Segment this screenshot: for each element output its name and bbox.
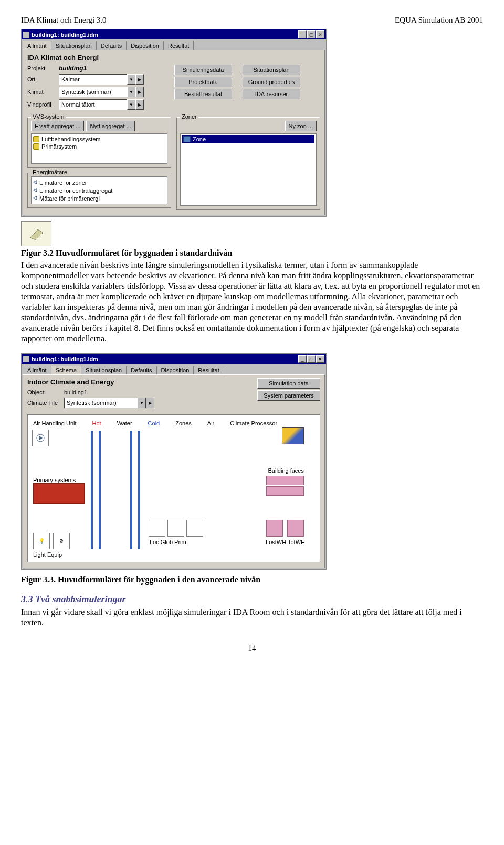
label-light-equip: Light Equip <box>33 551 62 558</box>
primary-systems-block-icon[interactable] <box>33 483 85 504</box>
klimat-field[interactable]: Syntetisk (sommar) <box>59 87 127 97</box>
zone-icon <box>183 136 191 142</box>
label-building-faces: Building faces <box>268 467 304 474</box>
zone-item[interactable]: Zone <box>182 135 314 143</box>
page-header: IDA Klimat och Energi 3.0 EQUA Simulatio… <box>21 16 483 25</box>
link-hot[interactable]: Hot <box>92 420 101 426</box>
svg-marker-2 <box>39 436 43 440</box>
ort-field[interactable]: Kalmar <box>59 74 127 85</box>
app-icon <box>23 356 29 362</box>
list-item[interactable]: Primärsystem <box>33 143 165 150</box>
window-standard: building1: building1.idm _ ▢ ✕ Allmänt S… <box>21 29 327 217</box>
link-air[interactable]: Air <box>207 420 214 426</box>
klimat-more-icon[interactable]: ▶ <box>135 87 144 97</box>
list-item[interactable]: Luftbehandlingssystem <box>33 135 165 143</box>
list-item[interactable]: ᐊMätare för primärenergi <box>33 194 165 202</box>
groupbox-energi-title: Energimätare <box>31 169 69 175</box>
tab-defaults[interactable]: Defaults <box>96 41 127 50</box>
label-object: Object: <box>27 389 64 395</box>
climfile-dropdown-icon[interactable]: ▼ <box>138 398 146 408</box>
climate-file-field[interactable]: Syntetisk (sommar) <box>64 398 138 408</box>
building-face-icon[interactable] <box>266 486 304 496</box>
pipe-icon <box>99 431 101 549</box>
ort-dropdown-icon[interactable]: ▼ <box>127 74 135 85</box>
window-title-2: building1: building1.idm <box>32 356 298 362</box>
minimize-button[interactable]: _ <box>298 355 307 363</box>
titlebar: building1: building1.idm _ ▢ ✕ <box>22 29 326 39</box>
projekt-value: building1 <box>59 65 87 72</box>
link-water[interactable]: Water <box>117 420 132 426</box>
bullet-icon <box>33 143 39 150</box>
link-climate-processor[interactable]: Climate Processor <box>230 420 277 426</box>
meter-icon: ᐊ <box>33 195 37 202</box>
situationsplan-button[interactable]: Situationsplan <box>243 65 300 75</box>
label-loc-glob-prim: Loc Glob Prim <box>150 539 186 545</box>
groupbox-zoner: Zoner Ny zon ... Zone <box>176 117 320 210</box>
groupbox-vvs-title: VVS-system <box>31 113 66 120</box>
tab-schema[interactable]: Schema <box>51 366 81 374</box>
totwh-block-icon[interactable] <box>287 520 304 537</box>
svg-marker-0 <box>30 229 43 240</box>
tab-situationsplan[interactable]: Situationsplan <box>51 41 97 50</box>
list-item[interactable]: ᐊElmätare för zoner <box>33 179 165 186</box>
link-ahu[interactable]: Air Handling Unit <box>33 420 77 426</box>
pipe-icon <box>138 431 140 549</box>
link-zones[interactable]: Zones <box>175 420 192 426</box>
minimize-button[interactable]: _ <box>298 30 307 38</box>
bestall-resultat-button[interactable]: Beställ resultat <box>174 89 232 99</box>
lostwh-block-icon[interactable] <box>266 520 283 537</box>
simulation-data-button[interactable]: Simulation data <box>257 378 320 389</box>
equip-block-icon[interactable]: ⚙ <box>53 533 70 549</box>
tab-defaults[interactable]: Defaults <box>126 366 156 374</box>
panel-title-2: Indoor Climate and Energy <box>27 378 154 386</box>
link-cold[interactable]: Cold <box>148 420 160 426</box>
main-panel: IDA Klimat och Energi Projekt building1 … <box>23 50 325 215</box>
vindprofil-more-icon[interactable]: ▶ <box>135 99 144 110</box>
prim-block-icon[interactable] <box>186 520 203 537</box>
system-parameters-button[interactable]: System parameters <box>257 390 320 401</box>
projektdata-button[interactable]: Projektdata <box>174 77 232 87</box>
tab-resultat[interactable]: Resultat <box>193 366 224 374</box>
simuleringsdata-button[interactable]: Simuleringsdata <box>174 65 232 75</box>
klimat-dropdown-icon[interactable]: ▼ <box>127 87 135 97</box>
meter-icon: ᐊ <box>33 179 37 186</box>
tab-resultat[interactable]: Resultat <box>163 41 194 50</box>
body-paragraph-2: Innan vi går vidare skall vi göra enklas… <box>21 607 483 628</box>
tab-allmant[interactable]: Allmänt <box>23 41 51 50</box>
ersatt-aggregat-button[interactable]: Ersätt aggregat ... <box>31 121 84 131</box>
building-face-icon[interactable] <box>266 476 304 485</box>
header-left: IDA Klimat och Energi 3.0 <box>21 16 107 25</box>
tab-disposition[interactable]: Disposition <box>156 366 194 374</box>
nytt-aggregat-button[interactable]: Nytt aggregat ... <box>86 121 134 131</box>
climfile-more-icon[interactable]: ▶ <box>146 398 154 408</box>
tab-disposition[interactable]: Disposition <box>126 41 164 50</box>
groupbox-zoner-title: Zoner <box>180 113 198 120</box>
header-right: EQUA Simulation AB 2001 <box>395 16 483 25</box>
maximize-button[interactable]: ▢ <box>307 355 316 363</box>
light-block-icon[interactable]: 💡 <box>33 533 50 549</box>
list-item[interactable]: ᐊElmätare för centralaggregat <box>33 186 165 194</box>
tab-bar: Allmänt Situationsplan Defaults Disposit… <box>22 39 326 50</box>
tab-situationsplan[interactable]: Situationsplan <box>81 366 127 374</box>
glob-block-icon[interactable] <box>167 520 184 537</box>
label-primary-systems: Primary systems <box>33 477 76 483</box>
ny-zon-button[interactable]: Ny zon ... <box>285 121 317 131</box>
loc-block-icon[interactable] <box>149 520 165 537</box>
vindprofil-field[interactable]: Normal tätort <box>59 99 127 110</box>
titlebar-2: building1: building1.idm _ ▢ ✕ <box>22 354 326 364</box>
close-button[interactable]: ✕ <box>316 30 324 38</box>
ahu-block-icon[interactable] <box>32 430 49 446</box>
label-projekt: Projekt <box>27 65 59 71</box>
page-number: 14 <box>21 644 483 653</box>
ground-properties-button[interactable]: Ground properties <box>243 77 300 87</box>
label-vindprofil: Vindprofil <box>27 101 59 108</box>
tab-allmant[interactable]: Allmänt <box>23 366 51 374</box>
close-button[interactable]: ✕ <box>316 355 324 363</box>
ida-resurser-button[interactable]: IDA-resurser <box>243 89 300 99</box>
climate-processor-icon[interactable] <box>282 427 304 444</box>
section-heading: 3.3 Två snabbsimuleringar <box>21 594 483 605</box>
vindprofil-dropdown-icon[interactable]: ▼ <box>127 99 135 110</box>
maximize-button[interactable]: ▢ <box>307 30 316 38</box>
ort-more-icon[interactable]: ▶ <box>135 74 144 85</box>
schema-diagram: Air Handling Unit Hot Water Cold Zones A… <box>27 414 320 562</box>
